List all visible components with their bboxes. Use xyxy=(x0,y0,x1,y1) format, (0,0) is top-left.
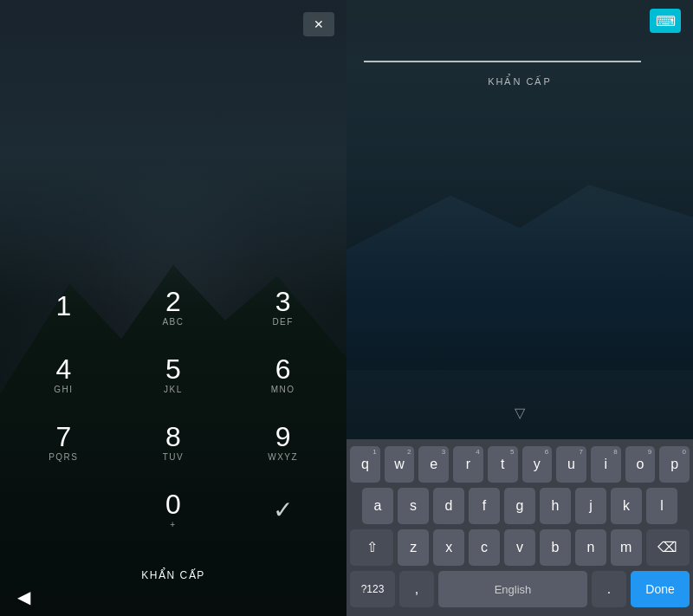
keyboard-icon-button[interactable]: ⌨ xyxy=(650,9,681,33)
shift-key[interactable]: ⇧ xyxy=(350,529,393,566)
numpad-row-2: 4 GHI 5 JKL 6 MNO xyxy=(9,344,338,405)
key-k[interactable]: k xyxy=(611,488,642,524)
key-g[interactable]: g xyxy=(504,488,535,524)
key-7[interactable]: 7 PQRS xyxy=(24,412,102,472)
key-d[interactable]: d xyxy=(433,488,464,524)
key-6[interactable]: 6 MNO xyxy=(244,344,322,405)
key-h[interactable]: h xyxy=(540,488,571,524)
emergency-button-right[interactable]: KHẨN CẤP xyxy=(488,76,552,88)
emergency-button-left[interactable]: KHẨN CẤP xyxy=(141,569,204,581)
key-v[interactable]: v xyxy=(504,529,535,566)
key-n[interactable]: n xyxy=(575,529,606,566)
key-z[interactable]: z xyxy=(398,529,429,566)
numpad-row-1: 1 2 ABC 3 DEF xyxy=(9,276,338,337)
key-l[interactable]: l xyxy=(646,488,677,524)
keyboard: 1q 2w 3e 4r 5t 6y 7u 8i 9o 0p a s d f g … xyxy=(346,439,693,616)
nav-triangle[interactable]: ▽ xyxy=(515,405,525,421)
keyboard-row-2: a s d f g h j k l xyxy=(350,488,690,524)
key-o[interactable]: 9o xyxy=(625,446,656,483)
key-5[interactable]: 5 JKL xyxy=(134,344,212,405)
period-key[interactable]: . xyxy=(592,571,626,607)
comma-key[interactable]: , xyxy=(399,571,434,607)
key-f[interactable]: f xyxy=(469,488,500,524)
key-0[interactable]: 0 + xyxy=(134,479,212,540)
key-2[interactable]: 2 ABC xyxy=(134,276,212,337)
password-input[interactable] xyxy=(364,36,641,62)
space-key[interactable]: English xyxy=(438,571,587,607)
key-m[interactable]: m xyxy=(611,529,642,566)
key-w[interactable]: 2w xyxy=(385,446,415,483)
numpad-row-4: 0 + ✓ xyxy=(9,479,338,540)
key-9[interactable]: 9 WXYZ xyxy=(244,412,322,472)
pin-delete-button[interactable]: ✕ xyxy=(303,12,334,36)
keyboard-row-4: ?123 , English . Done xyxy=(350,571,690,607)
numpad: 1 2 ABC 3 DEF 4 GHI 5 JKL 6 xyxy=(0,276,346,547)
key-p[interactable]: 0p xyxy=(659,446,690,483)
keyboard-icon: ⌨ xyxy=(656,13,676,29)
key-q[interactable]: 1q xyxy=(350,446,380,483)
done-key[interactable]: Done xyxy=(631,571,690,607)
keyboard-row-1: 1q 2w 3e 4r 5t 6y 7u 8i 9o 0p xyxy=(350,446,690,483)
backspace-key[interactable]: ⌫ xyxy=(646,529,690,566)
num-switch-key[interactable]: ?123 xyxy=(350,571,395,607)
key-confirm[interactable]: ✓ xyxy=(244,479,322,540)
key-empty xyxy=(24,479,102,540)
key-8[interactable]: 8 TUV xyxy=(134,412,212,472)
key-u[interactable]: 7u xyxy=(556,446,586,483)
key-3[interactable]: 3 DEF xyxy=(244,276,322,337)
key-e[interactable]: 3e xyxy=(418,446,449,483)
key-a[interactable]: a xyxy=(362,488,393,524)
key-x[interactable]: x xyxy=(433,529,464,566)
key-j[interactable]: j xyxy=(575,488,606,524)
key-t[interactable]: 5t xyxy=(488,446,518,483)
key-b[interactable]: b xyxy=(540,529,571,566)
key-r[interactable]: 4r xyxy=(453,446,483,483)
key-c[interactable]: c xyxy=(469,529,500,566)
left-panel: ✕ 1 2 ABC 3 DEF 4 GHI 5 xyxy=(0,0,346,616)
key-i[interactable]: 8i xyxy=(591,446,621,483)
key-s[interactable]: s xyxy=(398,488,429,524)
key-4[interactable]: 4 GHI xyxy=(24,344,102,405)
numpad-row-3: 7 PQRS 8 TUV 9 WXYZ xyxy=(9,412,338,472)
right-panel: ⌨ KHẨN CẤP ▽ 1q 2w 3e 4r 5t 6y 7u 8i 9o … xyxy=(346,0,693,616)
key-1[interactable]: 1 xyxy=(24,276,102,337)
key-y[interactable]: 6y xyxy=(522,446,553,483)
delete-icon: ✕ xyxy=(314,17,324,31)
keyboard-row-3: ⇧ z x c v b n m ⌫ xyxy=(350,529,690,566)
back-button[interactable]: ◀ xyxy=(17,587,30,607)
